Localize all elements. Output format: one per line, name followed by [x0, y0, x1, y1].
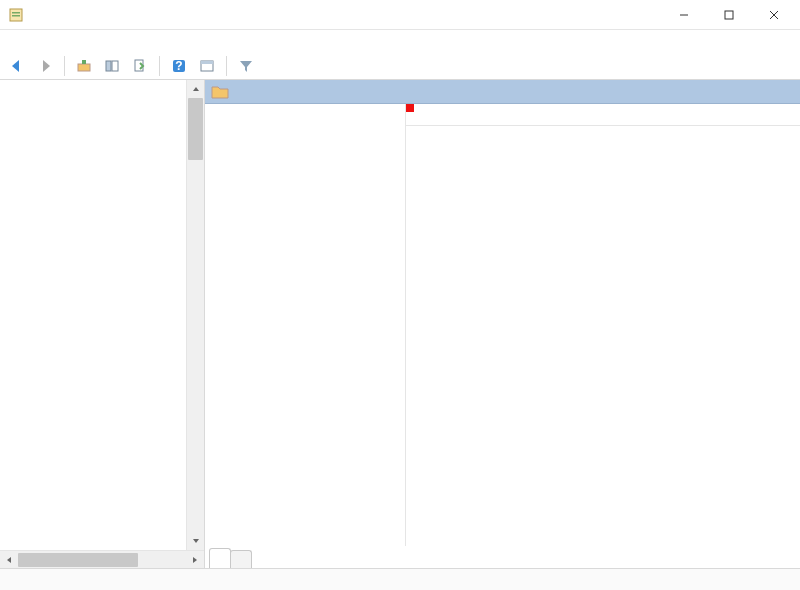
settings-list-column	[405, 104, 800, 546]
description-block	[213, 154, 399, 170]
menu-bar	[0, 30, 800, 52]
tab-extended[interactable]	[209, 548, 231, 568]
scroll-down-button[interactable]	[188, 532, 204, 550]
help-button[interactable]: ?	[168, 55, 190, 77]
export-button[interactable]	[129, 55, 151, 77]
scroll-up-button[interactable]	[188, 80, 204, 98]
show-hide-tree-button[interactable]	[101, 55, 123, 77]
back-button[interactable]	[6, 55, 28, 77]
tree[interactable]	[0, 80, 204, 550]
tree-vscrollbar[interactable]	[186, 80, 204, 550]
settings-column-header[interactable]	[406, 104, 800, 126]
svg-rect-10	[112, 61, 118, 71]
status-bar	[0, 568, 800, 590]
details-pane	[205, 80, 800, 568]
menu-action[interactable]	[24, 39, 40, 43]
pane-body	[205, 104, 800, 546]
app-icon	[8, 7, 24, 23]
scroll-thumb[interactable]	[18, 553, 138, 567]
filter-button[interactable]	[235, 55, 257, 77]
scroll-right-button[interactable]	[186, 552, 204, 568]
tree-pane	[0, 80, 205, 568]
maximize-button[interactable]	[706, 1, 751, 29]
scroll-track[interactable]	[187, 98, 204, 532]
menu-view[interactable]	[42, 39, 58, 43]
setting-description-column	[205, 104, 405, 546]
tab-standard[interactable]	[230, 550, 252, 568]
pane-header	[205, 80, 800, 104]
forward-button[interactable]	[34, 55, 56, 77]
scroll-thumb[interactable]	[188, 98, 203, 160]
work-area	[0, 80, 800, 568]
minimize-button[interactable]	[661, 1, 706, 29]
svg-rect-2	[12, 15, 20, 17]
close-button[interactable]	[751, 1, 796, 29]
svg-text:?: ?	[175, 59, 182, 73]
title-bar	[0, 0, 800, 30]
svg-rect-4	[725, 11, 733, 19]
scroll-track[interactable]	[18, 552, 186, 568]
svg-rect-1	[12, 12, 20, 14]
settings-list[interactable]	[406, 126, 800, 546]
menu-file[interactable]	[6, 39, 22, 43]
properties-button[interactable]	[196, 55, 218, 77]
view-tabs	[205, 546, 800, 568]
svg-rect-9	[106, 61, 111, 71]
up-button[interactable]	[73, 55, 95, 77]
svg-rect-15	[201, 61, 213, 64]
toolbar: ?	[0, 52, 800, 80]
menu-help[interactable]	[60, 39, 76, 43]
scroll-left-button[interactable]	[0, 552, 18, 568]
window-controls	[661, 1, 796, 29]
toolbar-separator	[159, 56, 160, 76]
svg-rect-8	[82, 60, 86, 64]
toolbar-separator	[64, 56, 65, 76]
toolbar-separator	[226, 56, 227, 76]
requirements-block	[213, 126, 399, 142]
folder-icon	[211, 84, 229, 100]
tree-hscrollbar[interactable]	[0, 550, 204, 568]
svg-rect-7	[78, 64, 90, 71]
